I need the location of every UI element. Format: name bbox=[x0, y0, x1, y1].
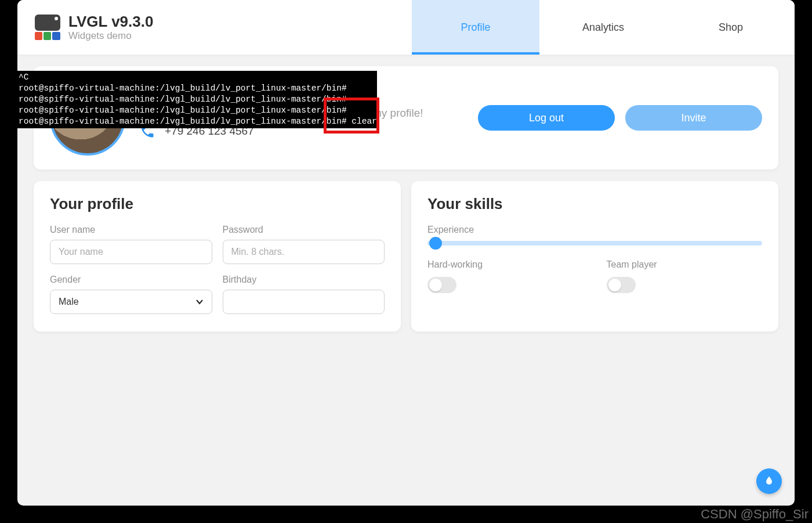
profile-actions: Log out Invite bbox=[478, 105, 762, 131]
terminal-line-3: root@spiffo-virtual-machine:/lvgl_build/… bbox=[19, 106, 347, 115]
password-label: Password bbox=[223, 225, 385, 235]
panels-row: Your profile User name Password Gender bbox=[34, 181, 778, 331]
tint-icon bbox=[763, 475, 775, 487]
profile-form-title: Your profile bbox=[50, 195, 385, 213]
tab-analytics[interactable]: Analytics bbox=[539, 0, 667, 55]
teamplayer-toggle[interactable] bbox=[607, 277, 636, 293]
skills-panel: Your skills Experience Hard-working Team… bbox=[411, 181, 778, 331]
theme-fab-button[interactable] bbox=[756, 468, 782, 494]
app-subtitle: Widgets demo bbox=[68, 30, 153, 42]
terminal-line-0: ^C bbox=[19, 73, 28, 82]
header-bar: LVGL v9.3.0 Widgets demo Profile Analyti… bbox=[17, 0, 795, 55]
logout-button[interactable]: Log out bbox=[478, 105, 615, 131]
hardworking-label: Hard-working bbox=[427, 259, 583, 270]
skills-title: Your skills bbox=[427, 195, 762, 213]
tab-shop[interactable]: Shop bbox=[667, 0, 795, 55]
lvgl-logo-icon bbox=[35, 15, 60, 40]
birthday-input[interactable] bbox=[223, 290, 385, 314]
experience-slider-thumb[interactable] bbox=[429, 237, 442, 250]
profile-form-panel: Your profile User name Password Gender bbox=[34, 181, 401, 331]
svg-rect-3 bbox=[44, 32, 51, 40]
svg-rect-2 bbox=[35, 32, 42, 40]
teamplayer-label: Team player bbox=[607, 259, 763, 270]
tab-profile[interactable]: Profile bbox=[412, 0, 539, 55]
username-label: User name bbox=[50, 225, 212, 235]
username-input[interactable] bbox=[50, 240, 212, 264]
obscured-profile-text: my profile! bbox=[372, 107, 423, 120]
terminal-overlay: ^C root@spiffo-virtual-machine:/lvgl_bui… bbox=[17, 71, 377, 128]
svg-rect-4 bbox=[52, 32, 60, 40]
tab-bar: Profile Analytics Shop bbox=[412, 0, 795, 55]
password-input[interactable] bbox=[223, 240, 385, 264]
gender-value: Male bbox=[59, 297, 79, 307]
terminal-line-4: root@spiffo-virtual-machine:/lvgl_build/… bbox=[19, 117, 377, 126]
experience-label: Experience bbox=[427, 225, 762, 235]
experience-slider[interactable] bbox=[427, 241, 762, 246]
invite-button[interactable]: Invite bbox=[625, 105, 762, 131]
gender-select[interactable]: Male bbox=[50, 290, 212, 314]
hardworking-toggle[interactable] bbox=[427, 277, 456, 293]
gender-label: Gender bbox=[50, 275, 212, 285]
terminal-line-1: root@spiffo-virtual-machine:/lvgl_build/… bbox=[19, 84, 347, 93]
svg-point-1 bbox=[55, 17, 58, 20]
birthday-label: Birthday bbox=[223, 275, 385, 285]
terminal-line-2: root@spiffo-virtual-machine:/lvgl_build/… bbox=[19, 95, 347, 104]
app-title: LVGL v9.3.0 bbox=[68, 13, 153, 30]
watermark: CSDN @Spiffo_Sir bbox=[701, 507, 809, 522]
chevron-down-icon bbox=[195, 298, 204, 306]
logo-block: LVGL v9.3.0 Widgets demo bbox=[17, 13, 153, 41]
logo-text: LVGL v9.3.0 Widgets demo bbox=[68, 13, 153, 41]
